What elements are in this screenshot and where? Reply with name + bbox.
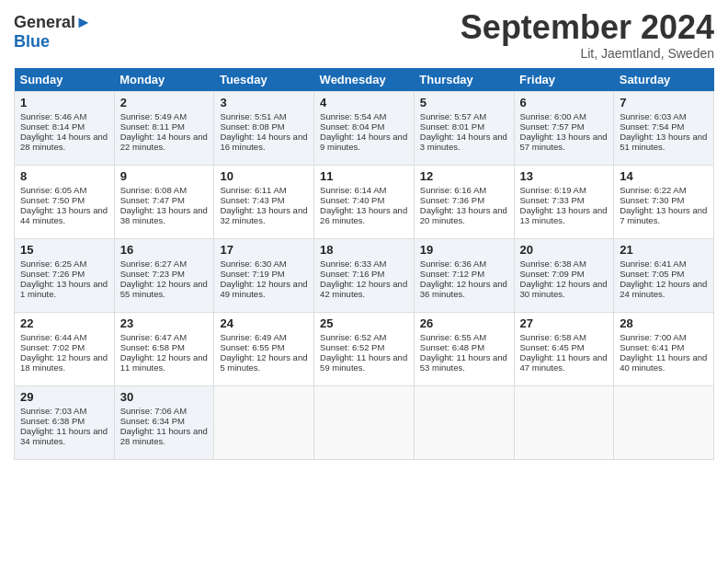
day-info-line: Sunset: 6:58 PM [120,342,209,352]
day-info-line: Sunset: 7:54 PM [620,121,708,132]
calendar-cell: 17Sunrise: 6:30 AMSunset: 7:19 PMDayligh… [214,238,314,312]
calendar-week-3: 15Sunrise: 6:25 AMSunset: 7:26 PMDayligh… [15,238,714,312]
day-info-line: Sunset: 6:45 PM [520,342,609,352]
day-info-line: Daylight: 11 hours and 47 minutes. [520,352,609,373]
day-info-line: Sunrise: 6:38 AM [520,259,609,269]
day-info-line: Sunrise: 6:47 AM [120,332,209,342]
day-info-line: Sunset: 7:12 PM [420,269,508,279]
calendar-cell: 24Sunrise: 6:49 AMSunset: 6:55 PMDayligh… [214,312,314,385]
day-info-line: Daylight: 13 hours and 20 minutes. [420,205,508,225]
day-number: 27 [520,316,609,330]
calendar-cell: 26Sunrise: 6:55 AMSunset: 6:48 PMDayligh… [414,312,514,385]
calendar-cell: 1Sunrise: 5:46 AMSunset: 8:14 PMDaylight… [15,91,115,165]
day-info-line: Sunset: 7:50 PM [20,195,108,205]
day-info-line: Sunrise: 5:46 AM [20,111,108,121]
day-info-line: Sunrise: 6:41 AM [620,259,708,269]
day-info-line: Sunrise: 6:19 AM [520,185,609,195]
day-number: 26 [420,316,508,330]
day-info-line: Sunset: 8:14 PM [20,121,108,132]
day-info-line: Daylight: 11 hours and 34 minutes. [20,426,108,446]
day-number: 7 [620,96,708,109]
day-header-saturday: Saturday [614,68,714,92]
day-number: 8 [20,169,108,183]
day-info-line: Sunrise: 6:30 AM [220,259,308,269]
day-info-line: Sunset: 8:11 PM [120,121,209,132]
calendar-cell: 18Sunrise: 6:33 AMSunset: 7:16 PMDayligh… [314,238,415,312]
day-info-line: Daylight: 14 hours and 9 minutes. [320,132,408,152]
page-container: General► Blue September 2024 Lit, Jaemtl… [0,0,728,469]
day-number: 2 [120,96,209,109]
calendar-week-1: 1Sunrise: 5:46 AMSunset: 8:14 PMDaylight… [15,91,714,165]
calendar-cell: 14Sunrise: 6:22 AMSunset: 7:30 PMDayligh… [614,165,714,238]
day-info-line: Sunrise: 6:05 AM [20,185,108,195]
day-info-line: Sunset: 6:38 PM [20,416,108,426]
calendar-cell [314,385,415,459]
calendar-cell: 9Sunrise: 6:08 AMSunset: 7:47 PMDaylight… [114,165,214,238]
day-info-line: Sunset: 7:30 PM [620,195,708,205]
day-info-line: Sunset: 7:09 PM [520,269,609,279]
day-info-line: Daylight: 12 hours and 49 minutes. [220,279,308,299]
day-number: 24 [220,316,308,330]
logo-text: General► [14,13,92,32]
calendar-cell: 5Sunrise: 5:57 AMSunset: 8:01 PMDaylight… [414,91,514,165]
day-header-wednesday: Wednesday [314,68,415,92]
day-info-line: Daylight: 13 hours and 7 minutes. [620,205,708,225]
day-info-line: Sunrise: 7:03 AM [20,406,108,416]
day-header-monday: Monday [114,68,214,92]
day-number: 10 [220,169,308,183]
logo: General► Blue [14,13,92,51]
calendar-cell [514,385,614,459]
day-info-line: Sunset: 7:43 PM [220,195,308,205]
day-info-line: Daylight: 14 hours and 28 minutes. [20,132,108,152]
day-info-line: Sunrise: 6:58 AM [520,332,609,342]
day-number: 18 [320,243,408,257]
day-info-line: Daylight: 14 hours and 3 minutes. [420,132,508,152]
day-info-line: Daylight: 14 hours and 22 minutes. [120,132,209,152]
calendar-cell [414,385,514,459]
day-info-line: Sunset: 7:26 PM [20,269,108,279]
day-number: 13 [520,169,609,183]
day-info-line: Sunset: 7:57 PM [520,121,609,132]
day-info-line: Daylight: 11 hours and 40 minutes. [620,352,708,373]
day-number: 23 [120,316,209,330]
day-info-line: Sunrise: 6:44 AM [20,332,108,342]
day-info-line: Sunset: 7:19 PM [220,269,308,279]
day-info-line: Daylight: 12 hours and 36 minutes. [420,279,508,299]
day-number: 30 [120,390,209,404]
calendar-cell: 25Sunrise: 6:52 AMSunset: 6:52 PMDayligh… [314,312,415,385]
day-info-line: Sunrise: 6:11 AM [220,185,308,195]
day-info-line: Sunrise: 6:22 AM [620,185,708,195]
header: General► Blue September 2024 Lit, Jaemtl… [14,9,714,61]
day-info-line: Sunset: 7:33 PM [520,195,609,205]
calendar-cell: 11Sunrise: 6:14 AMSunset: 7:40 PMDayligh… [314,165,415,238]
day-header-thursday: Thursday [414,68,514,92]
calendar-cell: 28Sunrise: 7:00 AMSunset: 6:41 PMDayligh… [614,312,714,385]
title-block: September 2024 Lit, Jaemtland, Sweden [461,9,714,61]
day-number: 15 [20,243,108,257]
day-info-line: Sunrise: 6:14 AM [320,185,408,195]
day-number: 11 [320,169,408,183]
day-info-line: Sunrise: 6:52 AM [320,332,408,342]
calendar-cell: 8Sunrise: 6:05 AMSunset: 7:50 PMDaylight… [15,165,115,238]
day-number: 21 [620,243,708,257]
day-info-line: Sunset: 8:08 PM [220,121,308,132]
calendar-cell: 4Sunrise: 5:54 AMSunset: 8:04 PMDaylight… [314,91,415,165]
day-info-line: Daylight: 11 hours and 53 minutes. [420,352,508,373]
day-info-line: Daylight: 12 hours and 55 minutes. [120,279,209,299]
calendar-cell: 20Sunrise: 6:38 AMSunset: 7:09 PMDayligh… [514,238,614,312]
day-info-line: Sunset: 6:41 PM [620,342,708,352]
day-info-line: Sunset: 6:34 PM [120,416,209,426]
day-number: 28 [620,316,708,330]
day-info-line: Sunset: 7:36 PM [420,195,508,205]
day-info-line: Sunrise: 6:27 AM [120,259,209,269]
day-header-sunday: Sunday [15,68,115,92]
calendar-cell: 21Sunrise: 6:41 AMSunset: 7:05 PMDayligh… [614,238,714,312]
day-info-line: Sunrise: 6:55 AM [420,332,508,342]
calendar-body: 1Sunrise: 5:46 AMSunset: 8:14 PMDaylight… [15,91,714,459]
day-info-line: Sunrise: 7:06 AM [120,406,209,416]
day-info-line: Daylight: 13 hours and 57 minutes. [520,132,609,152]
day-number: 25 [320,316,408,330]
day-info-line: Daylight: 13 hours and 51 minutes. [620,132,708,152]
calendar-week-4: 22Sunrise: 6:44 AMSunset: 7:02 PMDayligh… [15,312,714,385]
calendar-cell: 6Sunrise: 6:00 AMSunset: 7:57 PMDaylight… [514,91,614,165]
